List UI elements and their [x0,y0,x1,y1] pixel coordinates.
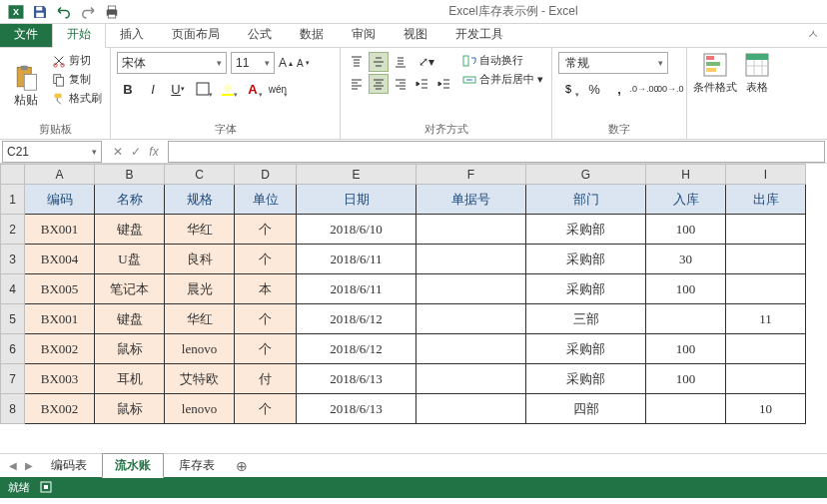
table-header-cell[interactable]: 编码 [25,185,95,215]
sheet-tab-3[interactable]: 库存表 [166,453,228,478]
cell[interactable]: BX005 [25,274,95,304]
cell[interactable]: 2018/6/12 [297,304,416,334]
col-header[interactable]: B [95,165,165,185]
cell[interactable]: BX004 [25,245,95,274]
cell[interactable] [726,274,806,304]
format-table-button[interactable]: 表格 [743,52,771,123]
cell[interactable]: 个 [235,394,297,424]
paste-button[interactable]: 粘贴 [6,52,46,120]
cell[interactable]: 10 [726,394,806,424]
sheet-tab-1[interactable]: 编码表 [38,453,100,478]
tab-review[interactable]: 审阅 [338,22,390,47]
wrap-text-button[interactable]: 自动换行 [460,52,545,69]
cell[interactable]: 100 [646,364,726,394]
cell[interactable]: 个 [235,215,297,245]
table-header-cell[interactable]: 日期 [297,185,416,215]
cell[interactable]: BX001 [25,304,95,334]
cell[interactable] [416,394,526,424]
sheet-nav-next-icon[interactable]: ▶ [22,460,36,471]
cell[interactable]: 个 [235,334,297,364]
cell[interactable]: U盘 [95,245,165,274]
col-header[interactable]: G [526,165,646,185]
align-bottom-button[interactable] [391,52,411,72]
cell[interactable]: 2018/6/12 [297,334,416,364]
col-header[interactable]: A [25,165,95,185]
cell[interactable]: 华红 [165,304,235,334]
cell[interactable] [416,364,526,394]
cell[interactable]: 2018/6/10 [297,215,416,245]
tab-layout[interactable]: 页面布局 [158,22,234,47]
cancel-formula-icon[interactable]: ✕ [110,145,126,159]
cell[interactable]: BX003 [25,364,95,394]
align-center-button[interactable] [369,74,389,94]
cell[interactable]: 100 [646,215,726,245]
tab-formula[interactable]: 公式 [234,22,286,47]
tab-insert[interactable]: 插入 [106,22,158,47]
align-left-button[interactable] [347,74,367,94]
cell[interactable]: 采购部 [526,274,646,304]
col-header[interactable]: E [297,165,416,185]
align-top-button[interactable] [347,52,367,72]
copy-button[interactable]: 复制 [50,71,104,88]
cell[interactable]: 付 [235,364,297,394]
tab-dev[interactable]: 开发工具 [441,22,517,47]
indent-increase-button[interactable] [434,74,454,94]
bold-button[interactable]: B [117,78,139,100]
fill-color-button[interactable] [217,78,239,100]
row-header[interactable]: 5 [1,304,25,334]
row-header[interactable]: 4 [1,274,25,304]
undo-icon[interactable] [55,3,73,21]
format-painter-button[interactable]: 格式刷 [50,90,104,107]
save-icon[interactable] [31,3,49,21]
font-color-button[interactable]: A [242,78,264,100]
increase-font-button[interactable]: A▴ [279,56,293,70]
decrease-font-button[interactable]: A▾ [297,58,310,69]
cell[interactable]: 2018/6/11 [297,245,416,274]
enter-formula-icon[interactable]: ✓ [128,145,144,159]
conditional-format-button[interactable]: 条件格式 [693,52,737,123]
col-header[interactable]: D [235,165,297,185]
cell[interactable]: 键盘 [95,304,165,334]
align-middle-button[interactable] [369,52,389,72]
cell[interactable]: 采购部 [526,334,646,364]
row-header[interactable]: 7 [1,364,25,394]
cell[interactable] [726,364,806,394]
accounting-format-button[interactable]: $ [558,78,580,100]
cell[interactable]: 100 [646,274,726,304]
table-header-cell[interactable]: 单位 [235,185,297,215]
cell[interactable]: BX002 [25,334,95,364]
row-header[interactable]: 2 [1,215,25,245]
decrease-decimal-button[interactable]: .00→.0 [658,78,680,100]
cell[interactable]: 11 [726,304,806,334]
align-right-button[interactable] [391,74,411,94]
col-header[interactable]: H [646,165,726,185]
cell[interactable]: 键盘 [95,215,165,245]
table-header-cell[interactable]: 名称 [95,185,165,215]
cell[interactable] [646,394,726,424]
col-header[interactable]: F [416,165,526,185]
increase-decimal-button[interactable]: .0→.00 [633,78,655,100]
comma-button[interactable]: , [608,78,630,100]
cell[interactable]: 艾特欧 [165,364,235,394]
cell[interactable]: 晨光 [165,274,235,304]
orientation-button[interactable]: ⤢▾ [413,52,440,72]
tab-view[interactable]: 视图 [390,22,441,47]
cell[interactable]: 四部 [526,394,646,424]
cell[interactable]: 三部 [526,304,646,334]
italic-button[interactable]: I [142,78,164,100]
col-header[interactable]: I [726,165,806,185]
font-name-select[interactable]: 宋体 [117,52,227,74]
redo-icon[interactable] [79,3,97,21]
fx-icon[interactable]: fx [146,145,162,159]
cell[interactable] [416,215,526,245]
percent-button[interactable]: % [583,78,605,100]
cell[interactable]: 本 [235,274,297,304]
cell[interactable] [726,215,806,245]
cell[interactable] [416,274,526,304]
quickprint-icon[interactable] [103,3,121,21]
add-sheet-button[interactable]: ⊕ [230,458,254,474]
cell[interactable]: 个 [235,245,297,274]
indent-decrease-button[interactable] [413,74,432,94]
number-format-select[interactable]: 常规 [558,52,668,74]
cell[interactable]: 鼠标 [95,394,165,424]
